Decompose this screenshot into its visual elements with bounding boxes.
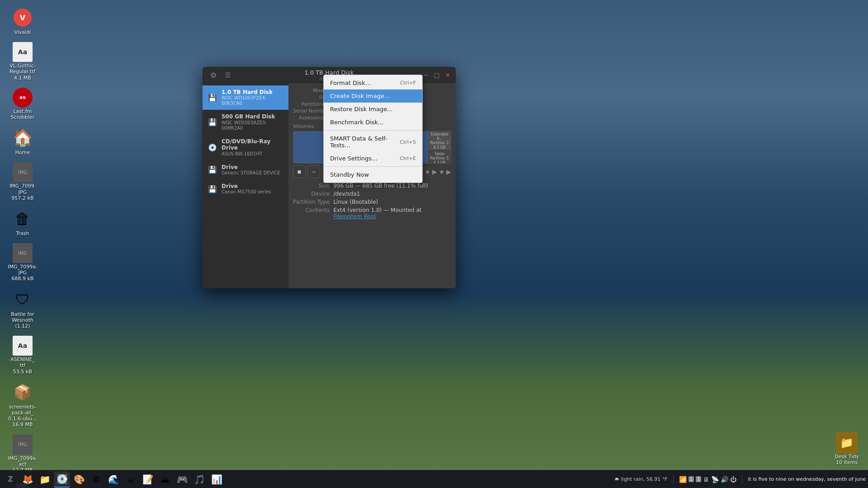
menu-item-drive-settings[interactable]: Drive Settings... Ctrl+E — [324, 152, 422, 165]
filesystem-root-link[interactable]: Filesystem Root — [333, 213, 376, 220]
keyboard-icon[interactable]: 1 — [689, 476, 694, 482]
menu-button[interactable]: ☰ — [222, 69, 234, 81]
canon-disk-icon: 💾 — [207, 183, 218, 194]
type-detail-label: Partition Type — [293, 199, 330, 205]
desktop-icon-img7099b[interactable]: IMG IMG_7099a.JPG688.9 kB — [5, 241, 41, 284]
svg-text:V: V — [20, 14, 26, 22]
menu-item-standby[interactable]: Standby Now — [324, 168, 422, 181]
taskbar-icon-game[interactable]: 🎮 — [174, 471, 190, 488]
desktop-icon-wesnoth[interactable]: 🛡 Battle forWesnoth(1.12) — [5, 286, 41, 332]
trash-label: Trash — [16, 230, 29, 236]
taskbar-icon-music[interactable]: 🎵 — [191, 471, 208, 488]
screenlets-label: screenlets-pack-all_0.1.6-ubu...16.9 MB — [8, 404, 37, 428]
desktop-icons-container: V Vivaldi Aa VL-Gothic- Regular.ttf 4.1 … — [5, 5, 41, 488]
desktop-icon-home[interactable]: 🏠 Home — [5, 125, 41, 158]
asenine-icon: Aa — [13, 336, 33, 356]
play-icon2[interactable]: ▶ — [446, 168, 451, 175]
assessment-label: Assessme — [293, 115, 324, 121]
partition-swap[interactable]: SwapPartition 54.3 GB Swap — [428, 151, 451, 164]
taskbar-sep-2 — [742, 475, 742, 484]
serial-label: Serial Numb — [293, 108, 324, 114]
cdrom-name: CD/DVD/Blu-Ray Drive — [222, 138, 284, 151]
cdrom-item-text: CD/DVD/Blu-Ray Drive ASUS BW-16D1HT — [222, 138, 284, 157]
device-detail-value: /dev/sda1 — [333, 191, 451, 197]
menu-item-format-disk[interactable]: Format Disk... Ctrl+F — [324, 76, 422, 89]
home-label: Home — [15, 150, 30, 155]
taskbar-icon-kupfer[interactable]: ☕ — [123, 471, 139, 488]
type-detail-value: Linux (Bootable) — [333, 199, 451, 205]
vivaldi-icon: V — [12, 7, 33, 28]
wesnoth-icon: 🛡 — [12, 289, 33, 310]
desktop-icon-trash[interactable]: 🗑 Trash — [5, 206, 41, 239]
taskbar-icon-variety[interactable]: 🌊 — [105, 471, 122, 488]
sda-disk-icon: 💾 — [207, 92, 218, 103]
menu-item-restore-disk-image[interactable]: Restore Disk Image... — [324, 103, 422, 116]
star-icon2[interactable]: ★ — [439, 168, 445, 175]
menu-item-create-disk-image[interactable]: Create Disk Image... — [324, 89, 422, 103]
smart-label: SMART Data & Self-Tests... — [330, 135, 391, 149]
drive-settings-shortcut: Ctrl+E — [400, 155, 416, 161]
contents-detail-value: Ext4 (version 1.0) — Mounted at Filesyst… — [333, 207, 451, 220]
sidebar-item-sdb[interactable]: 💾 500 GB Hard Disk WDC WD5003AZEX-00MK2A… — [203, 110, 288, 134]
generic-name: Drive — [222, 164, 280, 170]
star-icon[interactable]: ★ — [425, 168, 430, 175]
partition-extended[interactable]: Extended P...Partition 24.3 GB — [428, 131, 451, 151]
num-lock-icon[interactable]: 1 — [696, 476, 701, 482]
desk-tidy-folder-icon: 📁 — [836, 432, 858, 454]
standby-label: Standby Now — [330, 171, 369, 178]
taskbar-icon-globe[interactable]: ⛰ — [157, 471, 173, 488]
desktop-icon-img7099c[interactable]: IMG IMG_7099a.xcf12.7 MB — [5, 432, 41, 476]
sidebar-item-generic[interactable]: 💾 Drive Generic STORAGE DEVICE — [203, 160, 288, 179]
desktop-icon-vl-gothic[interactable]: Aa VL-Gothic- Regular.ttf 4.1 MB — [5, 40, 41, 83]
sda-model: WDC WD1003FZEX-00K3CA0 — [222, 95, 284, 106]
sidebar-item-sda[interactable]: 💾 1.0 TB Hard Disk WDC WD1003FZEX-00K3CA… — [203, 85, 288, 110]
desktop-icon-screenlets[interactable]: 📦 screenlets-pack-all_0.1.6-ubu...16.9 M… — [5, 379, 41, 430]
generic-disk-icon: 💾 — [207, 164, 218, 175]
sda-item-text: 1.0 TB Hard Disk WDC WD1003FZEX-00K3CA0 — [222, 89, 284, 106]
desktop-icon-vivaldi[interactable]: V Vivaldi — [5, 5, 41, 38]
sidebar-item-canon[interactable]: 💾 Drive Canon MG7500 series — [203, 179, 288, 198]
taskbar-icon-editor[interactable]: 📝 — [140, 471, 156, 488]
minimize-button[interactable]: ─ — [422, 71, 429, 79]
canon-model: Canon MG7500 series — [222, 189, 271, 195]
bluetooth-icon[interactable]: 📡 — [711, 476, 719, 483]
taskbar-sep-1 — [673, 475, 674, 484]
close-button[interactable]: ✕ — [444, 71, 451, 79]
desk-tidy-icon[interactable]: 📁 Desk Tidy 10 items — [835, 432, 859, 465]
menu-item-smart[interactable]: SMART Data & Self-Tests... Ctrl+S — [324, 132, 422, 152]
taskbar-icon-zeal[interactable]: Z — [2, 471, 19, 488]
minus-button[interactable]: − — [307, 165, 320, 178]
taskbar-icon-settings[interactable]: ⚙ — [88, 471, 104, 488]
taskbar-icon-sysmon[interactable]: 📊 — [208, 471, 225, 488]
model-label: Mod — [293, 88, 324, 94]
swap-label: SwapPartition 54.3 GB Swap — [429, 152, 450, 164]
volume-icon[interactable]: 🔊 — [721, 476, 728, 483]
generic-item-text: Drive Generic STORAGE DEVICE — [222, 164, 280, 176]
taskbar-icon-files[interactable]: 📁 — [37, 471, 53, 488]
cdrom-disk-icon: 💿 — [207, 142, 218, 153]
taskbar-icon-disks[interactable]: 💽 — [54, 471, 70, 488]
smart-shortcut: Ctrl+S — [400, 139, 416, 145]
taskbar-icon-color[interactable]: 🎨 — [71, 471, 87, 488]
img7099b-icon: IMG — [13, 243, 33, 263]
settings-button[interactable]: ⚙ — [207, 69, 220, 81]
maximize-button[interactable]: □ — [433, 71, 440, 79]
desktop-icon-asenine[interactable]: Aa ASENINE_ttf53.5 kB — [5, 333, 41, 377]
desk-tidy-count: 10 items — [836, 460, 858, 465]
network-icon[interactable]: 📶 — [679, 476, 687, 483]
monitor-icon[interactable]: 🖥 — [703, 476, 709, 483]
stop-button[interactable]: ■ — [293, 165, 306, 178]
desktop-icon-img7099a[interactable]: IMG IMG_7099.JPG957.2 kB — [5, 160, 41, 203]
canon-item-text: Drive Canon MG7500 series — [222, 183, 271, 195]
sdb-disk-icon: 💾 — [207, 117, 218, 128]
sdb-item-text: 500 GB Hard Disk WDC WD5003AZEX-00MK2A0 — [222, 113, 284, 131]
sidebar-item-cdrom[interactable]: 💿 CD/DVD/Blu-Ray Drive ASUS BW-16D1HT — [203, 135, 288, 160]
img7099c-icon: IMG — [13, 435, 33, 455]
play-icon[interactable]: ▶ — [432, 168, 437, 175]
desktop-icon-lastfm[interactable]: as Last.fmScrobbler — [5, 85, 41, 122]
contents-detail-label: Contents — [293, 207, 330, 220]
taskbar-icon-firefox[interactable]: 🦊 — [19, 471, 36, 488]
power-icon[interactable]: ⏻ — [730, 476, 736, 483]
taskbar-left: Z 🦊 📁 💽 🎨 ⚙ 🌊 ☕ 📝 ⛰ 🎮 🎵 📊 — [2, 471, 614, 488]
menu-item-benchmark[interactable]: Benchmark Disk... — [324, 116, 422, 129]
